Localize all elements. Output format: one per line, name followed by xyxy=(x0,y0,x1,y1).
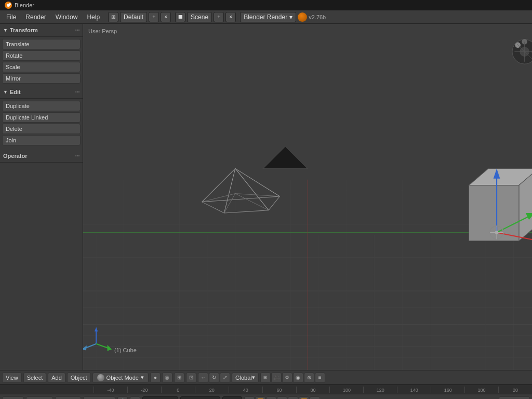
join-button[interactable]: Join xyxy=(2,135,81,145)
snap2-btn[interactable]: ⊡ xyxy=(186,373,196,383)
ruler-tick-12: 20 xyxy=(498,387,532,393)
renderer-dropdown[interactable]: Blender Render ▾ xyxy=(240,12,296,22)
workspace-section: ⊞ Default + × xyxy=(108,12,171,22)
render-btn[interactable]: 🎥 xyxy=(271,373,282,383)
ruler-tick-6: 80 xyxy=(296,387,330,393)
select-btn[interactable]: Select xyxy=(23,373,47,383)
version-text: v2.76b xyxy=(309,14,326,20)
scene-dropdown[interactable]: Scene xyxy=(187,12,212,22)
edit-chevron: ▼ xyxy=(3,89,8,95)
view-btn[interactable]: View xyxy=(2,373,22,383)
duplicate-linked-button[interactable]: Duplicate Linked xyxy=(2,112,81,123)
jump-end-btn[interactable]: ⏭ xyxy=(310,396,320,400)
workspace-close-btn[interactable]: × xyxy=(161,12,171,22)
operator-section-header[interactable]: Operator ··· xyxy=(0,150,83,163)
playback-playback-btn[interactable]: Playback xyxy=(83,396,116,400)
workspace-add-btn[interactable]: + xyxy=(149,12,159,22)
object-label: (1) Cube xyxy=(114,347,137,353)
bottom-toolbar: View Select Add Object Object Mode ▾ ● ◎… xyxy=(0,370,532,384)
ruler-tick-9: 140 xyxy=(397,387,431,393)
playback-controls: ⏮ ⏪ ◂ ▶ ▸ ⏩ ⏭ xyxy=(244,396,320,400)
translate-button[interactable]: Translate xyxy=(2,39,81,49)
object-btn[interactable]: Object xyxy=(67,373,91,383)
viewport-label: User Persp xyxy=(88,28,117,34)
manipulator-btn[interactable]: ↔ xyxy=(198,373,208,383)
timeline-key-icon[interactable]: ◈ xyxy=(130,396,140,400)
settings-btn[interactable]: ⚙ xyxy=(282,373,292,383)
playback-frame-btn[interactable]: Frame xyxy=(55,396,81,400)
playback-marker-btn[interactable]: Marker xyxy=(26,396,53,400)
mirror-button[interactable]: Mirror xyxy=(2,73,81,84)
scale-button[interactable]: Scale xyxy=(2,62,81,72)
scale-manip-btn[interactable]: ⤢ xyxy=(220,373,230,383)
right-icon-group: ⊞ 🎥 ⚙ ◉ ⊛ ≡ xyxy=(260,373,325,383)
scene-icon[interactable]: 🔲 xyxy=(175,12,185,22)
ruler-tick-1: -20 xyxy=(127,387,161,393)
play-btn[interactable]: ▶ xyxy=(277,396,287,400)
renderer-section: Blender Render ▾ v2.76b xyxy=(240,12,326,22)
timeline-ruler[interactable]: -40 -20 0 20 40 60 80 100 120 140 160 18… xyxy=(0,384,532,394)
menu-file[interactable]: File xyxy=(2,12,20,22)
ruler-ticks: -40 -20 0 20 40 60 80 100 120 140 160 18… xyxy=(94,387,532,393)
operator-dots: ··· xyxy=(75,152,79,160)
jump-start-btn[interactable]: ⏮ xyxy=(244,396,255,400)
nosync-btn[interactable]: No Sync xyxy=(499,396,530,400)
duplicate-button[interactable]: Duplicate xyxy=(2,101,81,111)
layout-icon[interactable]: ⊞ xyxy=(108,12,118,22)
snap-btn[interactable]: ⊞ xyxy=(174,373,184,383)
ruler-tick-11: 180 xyxy=(464,387,498,393)
delete-button[interactable]: Delete xyxy=(2,124,81,134)
mode-dropdown[interactable]: Object Mode ▾ xyxy=(92,373,149,383)
layers-btn[interactable]: ⊞ xyxy=(260,373,271,383)
prev-keyframe-btn[interactable]: ⏪ xyxy=(255,396,265,400)
scene-add-btn[interactable]: + xyxy=(214,12,224,22)
mode-icon xyxy=(97,374,104,381)
title-bar: Blender xyxy=(0,0,532,10)
menu-render[interactable]: Render xyxy=(21,12,50,22)
rotate-button[interactable]: Rotate xyxy=(2,50,81,61)
prev-frame-btn[interactable]: ◂ xyxy=(266,396,276,400)
title-text: Blender xyxy=(15,2,34,8)
ruler-tick-0: -40 xyxy=(94,387,127,393)
ruler-tick-8: 120 xyxy=(363,387,397,393)
current-frame-field[interactable]: ◂ 1 ▸ xyxy=(222,396,242,400)
timeline-lock-icon[interactable]: 🔒 xyxy=(117,396,128,400)
next-keyframe-btn[interactable]: ⏩ xyxy=(299,396,309,400)
extra2-btn[interactable]: ⊛ xyxy=(304,373,314,383)
playback-view-btn[interactable]: View xyxy=(2,396,24,400)
operator-title: Operator xyxy=(3,153,27,159)
transform-buttons: Translate Rotate Scale Mirror xyxy=(0,37,83,86)
global-chevron: ▾ xyxy=(252,374,255,381)
workspace-dropdown[interactable]: Default xyxy=(120,12,147,22)
transform-section-header[interactable]: ▼ Transform ··· xyxy=(0,24,83,37)
shading-wire-btn[interactable]: ◎ xyxy=(162,373,172,383)
menu-window[interactable]: Window xyxy=(51,12,82,22)
viewport-icon-group: ↔ ↻ ⤢ xyxy=(198,373,230,383)
edit-title: Edit xyxy=(10,89,21,95)
menu-help[interactable]: Help xyxy=(83,12,104,22)
shading-solid-btn[interactable]: ● xyxy=(150,373,161,383)
extra3-btn[interactable]: ≡ xyxy=(315,373,325,383)
playback-bar: View Marker Frame Playback 🔒 ◈ ◂ Start: … xyxy=(0,394,532,399)
rotate-manip-btn[interactable]: ↻ xyxy=(209,373,219,383)
viewport[interactable]: User Persp (1) Cube xyxy=(83,24,532,370)
transform-chevron: ▼ xyxy=(3,28,8,33)
mode-chevron: ▾ xyxy=(141,374,144,381)
blender-logo-icon xyxy=(4,1,12,9)
left-panel: ▼ Transform ··· Translate Rotate Scale M… xyxy=(0,24,83,370)
mode-label: Object Mode xyxy=(107,375,139,381)
ruler-tick-7: 100 xyxy=(329,387,363,393)
global-dropdown[interactable]: Global ▾ xyxy=(232,373,259,383)
scene-close-btn[interactable]: × xyxy=(225,12,236,22)
add-btn[interactable]: Add xyxy=(48,373,65,383)
ruler-tick-3: 20 xyxy=(195,387,229,393)
extra1-btn[interactable]: ◉ xyxy=(293,373,303,383)
edit-section-header[interactable]: ▼ Edit ··· xyxy=(0,86,83,99)
end-field[interactable]: ◂ End: 250 ▸ xyxy=(180,396,220,400)
menu-bar: File Render Window Help ⊞ Default + × 🔲 … xyxy=(0,10,532,24)
start-field[interactable]: ◂ Start: 1 ▸ xyxy=(142,396,178,400)
global-label: Global xyxy=(235,375,252,381)
ruler-tick-5: 60 xyxy=(262,387,296,393)
ruler-tick-10: 160 xyxy=(431,387,464,393)
next-frame-btn[interactable]: ▸ xyxy=(288,396,298,400)
